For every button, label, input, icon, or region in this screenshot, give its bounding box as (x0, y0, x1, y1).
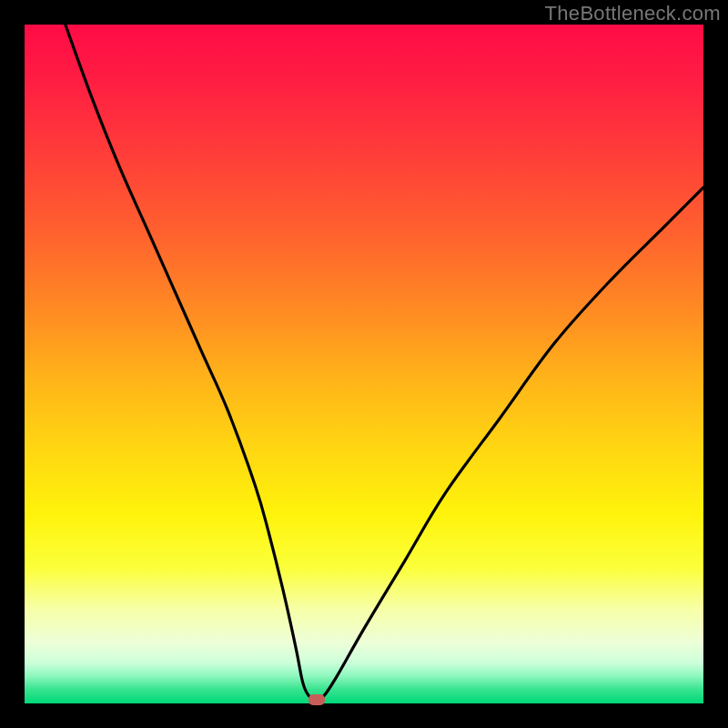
chart-plot-area (25, 25, 703, 703)
optimum-marker (308, 694, 325, 705)
chart-frame: TheBottleneck.com (0, 0, 728, 728)
curve-svg (25, 25, 703, 703)
watermark-text: TheBottleneck.com (545, 2, 721, 25)
bottleneck-curve-path (66, 25, 703, 698)
